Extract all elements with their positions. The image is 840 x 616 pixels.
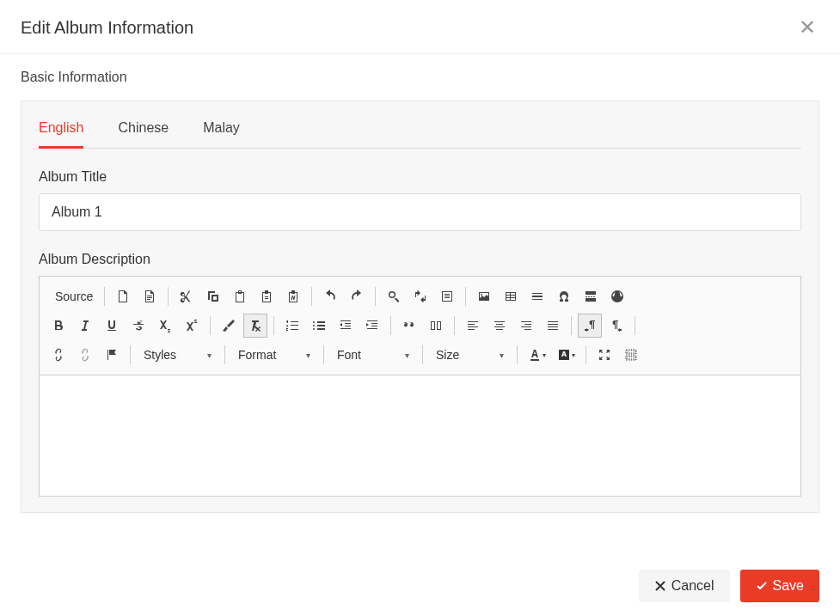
justify-icon: [546, 319, 560, 332]
album-description-label: Album Description: [39, 252, 801, 267]
cancel-icon: [654, 580, 666, 592]
bold-icon: [52, 319, 65, 332]
bulleted-list-button[interactable]: [307, 314, 331, 338]
tab-chinese[interactable]: Chinese: [118, 120, 169, 149]
format-dropdown[interactable]: Format▾: [231, 343, 317, 367]
size-dropdown[interactable]: Size▾: [429, 343, 511, 367]
editor-toolbar: Source: [40, 277, 800, 375]
align-right-button[interactable]: [514, 314, 538, 338]
bg-color-button[interactable]: ▾: [553, 343, 579, 367]
redo-icon: [350, 290, 364, 303]
editor-content-area[interactable]: [40, 375, 800, 496]
language-tabs: English Chinese Malay: [39, 120, 801, 149]
justify-button[interactable]: [541, 314, 565, 338]
album-title-input[interactable]: [39, 193, 801, 231]
copy-formatting-button[interactable]: [217, 314, 241, 338]
form-scroll-area[interactable]: English Chinese Malay Album Title Album …: [21, 101, 819, 513]
remove-format-icon: [248, 319, 262, 332]
subscript-button[interactable]: [153, 314, 177, 338]
bold-button[interactable]: [46, 314, 71, 338]
show-blocks-icon: [624, 348, 638, 362]
text-color-icon: [528, 348, 542, 362]
paste-button[interactable]: [228, 284, 252, 308]
cut-button[interactable]: [175, 284, 199, 308]
new-page-button[interactable]: [111, 284, 135, 308]
anchor-button[interactable]: [100, 343, 124, 367]
page-break-button[interactable]: [579, 284, 603, 308]
link-icon: [52, 348, 65, 362]
remove-format-button[interactable]: [243, 314, 267, 338]
special-char-button[interactable]: [552, 284, 576, 308]
save-button[interactable]: Save: [740, 570, 819, 602]
replace-icon: [414, 290, 427, 303]
paste-word-icon: [286, 290, 300, 303]
bulleted-list-icon: [312, 319, 326, 332]
bg-color-icon: [557, 348, 571, 362]
iframe-button[interactable]: [605, 284, 629, 308]
undo-icon: [323, 290, 337, 303]
strike-button[interactable]: [126, 314, 150, 338]
maximize-button[interactable]: [592, 343, 616, 367]
align-left-button[interactable]: [461, 314, 485, 338]
unlink-icon: [78, 348, 92, 362]
redo-button[interactable]: [345, 284, 369, 308]
table-button[interactable]: [499, 284, 523, 308]
outdent-button[interactable]: [334, 314, 358, 338]
div-button[interactable]: [424, 314, 448, 338]
modal-body: Basic Information English Chinese Malay …: [0, 54, 840, 531]
indent-button[interactable]: [360, 314, 384, 338]
modal-title: Edit Album Information: [21, 18, 193, 38]
italic-button[interactable]: [73, 314, 97, 338]
subscript-icon: [158, 319, 172, 332]
blockquote-button[interactable]: [397, 314, 421, 338]
select-all-button[interactable]: [435, 284, 459, 308]
flag-icon: [105, 348, 119, 362]
ltr-button[interactable]: [578, 314, 602, 338]
styles-dropdown[interactable]: Styles▾: [137, 343, 218, 367]
tab-malay[interactable]: Malay: [203, 120, 240, 149]
close-icon: ✕: [799, 15, 816, 39]
modal-footer: Cancel Save: [0, 556, 840, 616]
preview-button[interactable]: [138, 284, 162, 308]
horizontal-rule-button[interactable]: [525, 284, 549, 308]
undo-button[interactable]: [318, 284, 342, 308]
close-button[interactable]: ✕: [795, 17, 819, 38]
tab-english[interactable]: English: [39, 120, 83, 149]
select-all-icon: [440, 290, 454, 303]
indent-icon: [365, 319, 379, 332]
modal-header: Edit Album Information ✕: [0, 0, 840, 54]
show-blocks-button[interactable]: [619, 343, 643, 367]
image-button[interactable]: [472, 284, 496, 308]
paste-icon: [233, 290, 247, 303]
replace-button[interactable]: [408, 284, 432, 308]
underline-icon: [105, 319, 119, 332]
unlink-button[interactable]: [73, 343, 97, 367]
div-icon: [429, 319, 443, 332]
align-left-icon: [466, 319, 480, 332]
strike-icon: [132, 319, 145, 332]
align-center-button[interactable]: [487, 314, 512, 338]
superscript-button[interactable]: [180, 314, 204, 338]
paste-text-icon: [260, 290, 273, 303]
globe-icon: [610, 290, 624, 303]
cancel-button[interactable]: Cancel: [639, 570, 730, 602]
font-dropdown[interactable]: Font▾: [330, 343, 416, 367]
paste-text-button[interactable]: [254, 284, 279, 308]
paste-word-button[interactable]: [281, 284, 305, 308]
link-button[interactable]: [46, 343, 71, 367]
source-button[interactable]: Source: [46, 284, 98, 308]
section-title: Basic Information: [21, 70, 819, 85]
find-button[interactable]: [382, 284, 406, 308]
numbered-list-button[interactable]: [280, 314, 304, 338]
cut-icon: [180, 290, 193, 303]
text-color-button[interactable]: ▾: [524, 343, 550, 367]
rtl-button[interactable]: [604, 314, 628, 338]
superscript-icon: [185, 319, 199, 332]
check-icon: [756, 580, 768, 592]
quote-icon: [402, 319, 416, 332]
copy-button[interactable]: [201, 284, 225, 308]
image-icon: [477, 290, 491, 303]
rtl-icon: [610, 319, 623, 332]
maximize-icon: [598, 348, 611, 362]
underline-button[interactable]: [100, 314, 124, 338]
